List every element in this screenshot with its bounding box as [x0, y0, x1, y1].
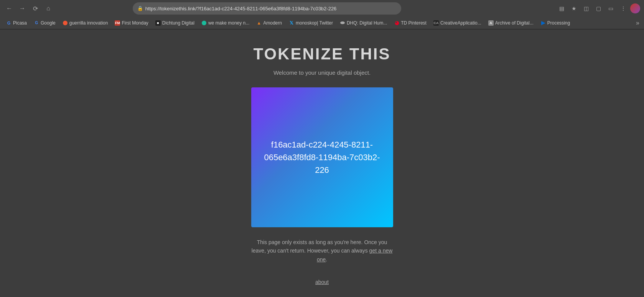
browser-toolbar: ← → ⟳ ⌂ 🔒 https://tokenizethis.link/?f16… — [0, 0, 644, 17]
bookmark-guerrilla-label: guerrilla innovation — [69, 20, 108, 26]
screenshot-button[interactable]: ▢ — [593, 3, 604, 14]
dhq-favicon — [340, 20, 345, 26]
bookmark-picasa[interactable]: G Picasa — [3, 19, 30, 27]
about-link[interactable]: about — [315, 279, 329, 285]
token-card: f16ac1ad-c224-4245-8211-065e6a3f8fd8-119… — [251, 87, 393, 227]
extensions-button[interactable]: ▤ — [557, 3, 567, 14]
bookmark-creativeapps-label: CreativeApplicatio... — [440, 20, 481, 26]
amodern-favicon: ▲ — [256, 20, 262, 26]
bookmark-td-pinterest-label: TD Pinterest — [401, 20, 427, 26]
creativeapps-favicon: CA — [433, 20, 439, 26]
home-button[interactable]: ⌂ — [43, 3, 54, 14]
dichtung-favicon: ■ — [155, 20, 161, 26]
bookmarks-bar: G Picasa G Google guerrilla innovation F… — [0, 17, 644, 29]
bookmark-archive[interactable]: A Archive of Digital... — [485, 19, 537, 27]
bookmarks-more-button[interactable]: » — [634, 19, 641, 27]
url-text: https://tokenizethis.link/?f16ac1ad-c224… — [145, 6, 397, 11]
bookmark-google-label: Google — [41, 20, 56, 26]
browser-actions: ▤ ★ ◫ ▢ ▭ ⋮ — [557, 3, 640, 14]
bookmark-amodern[interactable]: ▲ Amodern — [253, 19, 285, 27]
picasa-favicon: G — [6, 20, 12, 26]
google-favicon: G — [34, 20, 39, 26]
page-description: This page only exists as long as you're … — [249, 238, 395, 264]
back-button[interactable]: ← — [4, 3, 15, 14]
bookmark-picasa-label: Picasa — [13, 20, 27, 26]
token-id-display: f16ac1ad-c224-4245-8211-065e6a3f8fd8-119… — [251, 131, 393, 184]
bookmark-guerrilla[interactable]: guerrilla innovation — [59, 19, 111, 27]
bookmark-dichtung-label: Dichtung Digital — [162, 20, 194, 26]
forward-button[interactable]: → — [17, 3, 28, 14]
bookmark-creativeapps[interactable]: CA CreativeApplicatio... — [430, 19, 484, 27]
guerrilla-favicon — [63, 20, 68, 26]
tab-search-button[interactable]: ◫ — [581, 3, 592, 14]
monoskop-favicon: 𝕏 — [289, 20, 294, 26]
bookmark-monoskop[interactable]: 𝕏 monoskop| Twitter — [286, 19, 336, 27]
bookmark-wemakemoney[interactable]: we make money n... — [198, 19, 252, 27]
bookmark-firstmonday-label: First Monday — [122, 20, 148, 26]
pinterest-favicon: ◕ — [394, 20, 399, 26]
bookmark-firstmonday[interactable]: FM First Monday — [112, 19, 151, 27]
bookmark-amodern-label: Amodern — [263, 20, 282, 26]
puzzle-button[interactable]: ▭ — [606, 3, 616, 14]
page-title: TOKENIZE THIS — [254, 45, 391, 63]
wemakemoney-favicon — [201, 20, 207, 26]
bookmark-dhq[interactable]: DHQ: Digital Hum... — [337, 19, 390, 27]
bookmark-dichtung[interactable]: ■ Dichtung Digital — [152, 19, 198, 27]
bookmark-td-pinterest[interactable]: ◕ TD Pinterest — [391, 19, 430, 27]
reload-button[interactable]: ⟳ — [30, 3, 41, 14]
archive-favicon: A — [488, 20, 494, 26]
description-before-link: This page only exists as long as you're … — [252, 239, 387, 254]
firstmonday-favicon: FM — [115, 20, 120, 26]
lock-icon: 🔒 — [137, 6, 143, 11]
bookmark-wemakemoney-label: we make money n... — [208, 20, 249, 26]
processing-favicon: ▶ — [540, 20, 546, 26]
bookmark-processing-label: Processing — [547, 20, 570, 26]
bookmark-dhq-label: DHQ: Digital Hum... — [347, 20, 387, 26]
menu-button[interactable]: ⋮ — [618, 3, 629, 14]
bookmark-button[interactable]: ★ — [569, 3, 580, 14]
bookmark-archive-label: Archive of Digital... — [495, 20, 534, 26]
page-content: TOKENIZE THIS Welcome to your unique dig… — [0, 30, 644, 297]
bookmark-processing[interactable]: ▶ Processing — [537, 19, 573, 27]
avatar — [630, 3, 640, 13]
browser-chrome: ← → ⟳ ⌂ 🔒 https://tokenizethis.link/?f16… — [0, 0, 644, 30]
description-after-link: . — [326, 256, 327, 263]
page-subtitle: Welcome to your unique digital object. — [273, 69, 371, 76]
bookmark-monoskop-label: monoskop| Twitter — [296, 20, 333, 26]
address-bar[interactable]: 🔒 https://tokenizethis.link/?f16ac1ad-c2… — [133, 2, 401, 15]
bookmark-google[interactable]: G Google — [31, 19, 59, 27]
